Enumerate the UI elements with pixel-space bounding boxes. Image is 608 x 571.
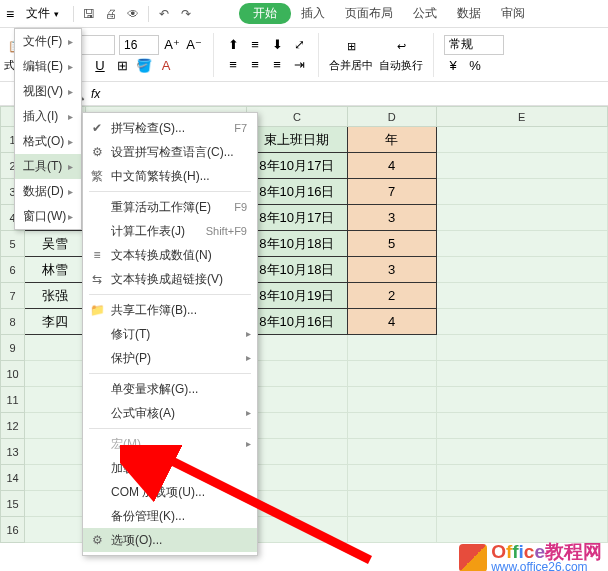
cell[interactable] — [436, 283, 607, 309]
tools-menu-item[interactable]: ⚙选项(O)... — [83, 528, 257, 552]
preview-icon[interactable]: 👁 — [124, 5, 142, 23]
cell[interactable]: 李四 — [25, 309, 85, 335]
cell[interactable]: 8年10月16日 — [247, 309, 348, 335]
cell[interactable]: 3 — [347, 205, 436, 231]
tools-menu-item[interactable]: 📁共享工作簿(B)... — [83, 298, 257, 322]
cell[interactable] — [247, 439, 348, 465]
cell[interactable]: 张强 — [25, 283, 85, 309]
percent-icon[interactable]: % — [466, 57, 484, 75]
cell[interactable]: 4 — [347, 309, 436, 335]
file-menu-item[interactable]: 格式(O) — [15, 129, 81, 154]
cell[interactable]: 8年10月17日 — [247, 153, 348, 179]
cell[interactable] — [347, 465, 436, 491]
file-menu-item[interactable]: 编辑(E) — [15, 54, 81, 79]
cell[interactable] — [347, 491, 436, 517]
formula-bar[interactable] — [106, 84, 604, 104]
tools-menu-item[interactable]: 重算活动工作簿(E)F9 — [83, 195, 257, 219]
cell[interactable]: 3 — [347, 257, 436, 283]
cell[interactable] — [436, 335, 607, 361]
border-button[interactable]: ⊞ — [113, 57, 131, 75]
cell[interactable] — [436, 205, 607, 231]
row-header[interactable]: 9 — [1, 335, 25, 361]
align-top-icon[interactable]: ⬆ — [224, 36, 242, 54]
cell[interactable] — [436, 413, 607, 439]
row-header[interactable]: 16 — [1, 517, 25, 543]
col-header-c[interactable]: C — [247, 107, 348, 127]
cell[interactable] — [247, 465, 348, 491]
row-header[interactable]: 5 — [1, 231, 25, 257]
underline-button[interactable]: U — [91, 57, 109, 75]
number-format-select[interactable] — [444, 35, 504, 55]
cell[interactable] — [25, 361, 85, 387]
row-header[interactable]: 6 — [1, 257, 25, 283]
cell[interactable] — [436, 309, 607, 335]
cell[interactable] — [25, 465, 85, 491]
cell[interactable] — [247, 387, 348, 413]
tab-layout[interactable]: 页面布局 — [335, 1, 403, 26]
cell[interactable]: 8年10月17日 — [247, 205, 348, 231]
cell[interactable] — [436, 517, 607, 543]
row-header[interactable]: 8 — [1, 309, 25, 335]
tab-start[interactable]: 开始 — [239, 3, 291, 24]
cell-c1[interactable]: 束上班日期 — [247, 127, 348, 153]
cell[interactable] — [25, 413, 85, 439]
align-center-icon[interactable]: ≡ — [246, 56, 264, 74]
cell[interactable] — [25, 517, 85, 543]
tools-menu-item[interactable]: ✔拼写检查(S)...F7 — [83, 116, 257, 140]
tools-menu-item[interactable]: 计算工作表(J)Shift+F9 — [83, 219, 257, 243]
cell[interactable] — [25, 439, 85, 465]
row-header[interactable]: 13 — [1, 439, 25, 465]
merge-icon[interactable]: ⊞ — [341, 37, 361, 57]
cell[interactable]: 林雪 — [25, 257, 85, 283]
merge-group[interactable]: ⊞ 合并居中 — [329, 37, 373, 73]
cell[interactable]: 4 — [347, 153, 436, 179]
cell[interactable]: 5 — [347, 231, 436, 257]
file-menu-item[interactable]: 视图(V) — [15, 79, 81, 104]
currency-icon[interactable]: ¥ — [444, 57, 462, 75]
cell[interactable] — [436, 387, 607, 413]
cell[interactable]: 8年10月19日 — [247, 283, 348, 309]
tools-menu-item[interactable]: ⇆文本转换成超链接(V) — [83, 267, 257, 291]
cell[interactable]: 8年10月18日 — [247, 257, 348, 283]
file-menu[interactable]: 文件(F)编辑(E)视图(V)插入(I)格式(O)工具(T)数据(D)窗口(W) — [14, 28, 82, 230]
col-header-e[interactable]: E — [436, 107, 607, 127]
tab-insert[interactable]: 插入 — [291, 1, 335, 26]
cell[interactable] — [347, 413, 436, 439]
cell[interactable] — [436, 153, 607, 179]
align-mid-icon[interactable]: ≡ — [246, 36, 264, 54]
indent-icon[interactable]: ⇥ — [290, 56, 308, 74]
row-header[interactable]: 7 — [1, 283, 25, 309]
row-header[interactable]: 15 — [1, 491, 25, 517]
cell[interactable] — [436, 179, 607, 205]
cell-d1[interactable]: 年 — [347, 127, 436, 153]
file-menu-item[interactable]: 数据(D) — [15, 179, 81, 204]
wrap-group[interactable]: ↩ 自动换行 — [379, 37, 423, 73]
row-header[interactable]: 10 — [1, 361, 25, 387]
tools-menu-item[interactable]: 公式审核(A) — [83, 401, 257, 425]
cell[interactable] — [247, 335, 348, 361]
print-icon[interactable]: 🖨 — [102, 5, 120, 23]
align-left-icon[interactable]: ≡ — [224, 56, 242, 74]
font-color-button[interactable]: A — [157, 57, 175, 75]
cell[interactable] — [436, 361, 607, 387]
menu-icon[interactable]: ≡ — [6, 6, 14, 22]
wrap-icon[interactable]: ↩ — [391, 37, 411, 57]
file-menu-item[interactable]: 文件(F) — [15, 29, 81, 54]
redo-icon[interactable]: ↷ — [177, 5, 195, 23]
cell[interactable] — [25, 387, 85, 413]
cell[interactable] — [436, 231, 607, 257]
cell[interactable] — [247, 491, 348, 517]
font-size-select[interactable] — [119, 35, 159, 55]
cell[interactable] — [247, 517, 348, 543]
cell[interactable]: 2 — [347, 283, 436, 309]
cell[interactable] — [247, 413, 348, 439]
cell[interactable]: 吴雪 — [25, 231, 85, 257]
tools-menu-item[interactable]: 备份管理(K)... — [83, 504, 257, 528]
align-bot-icon[interactable]: ⬇ — [268, 36, 286, 54]
col-header-d[interactable]: D — [347, 107, 436, 127]
cell[interactable] — [347, 387, 436, 413]
cell[interactable] — [436, 257, 607, 283]
cell[interactable] — [347, 439, 436, 465]
file-menu-item[interactable]: 插入(I) — [15, 104, 81, 129]
row-header[interactable]: 12 — [1, 413, 25, 439]
